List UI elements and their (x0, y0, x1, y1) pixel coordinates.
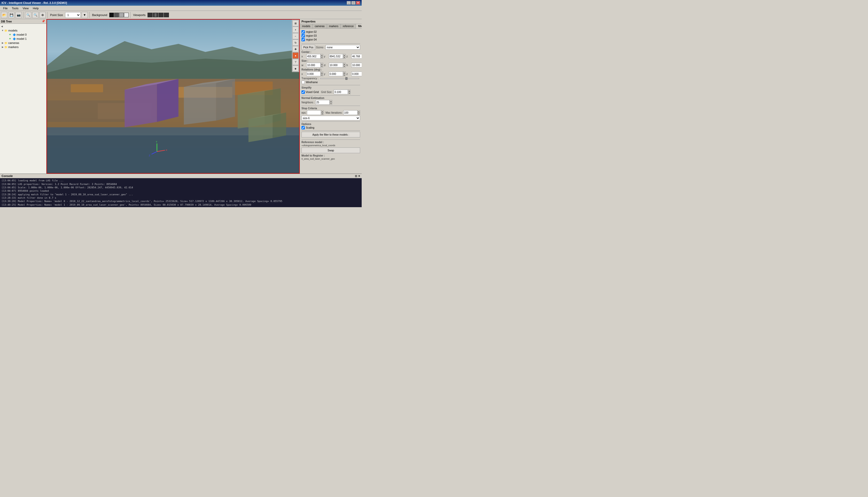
bg-dark-grey[interactable] (114, 13, 119, 17)
w-spin-down[interactable]: ▼ (321, 65, 323, 68)
markers-expand-icon[interactable]: ▶ (1, 45, 4, 48)
vp-zoom-extents-button[interactable]: ⊞ (293, 20, 299, 26)
screenshot-button[interactable]: 📷 (15, 12, 22, 18)
tree-cameras-node[interactable]: ▶ 📁 cameras (1, 41, 45, 45)
transparency-slider[interactable] (320, 78, 359, 79)
h-input[interactable] (351, 63, 362, 68)
bg-light-grey[interactable] (119, 13, 124, 17)
rx-spin-up[interactable]: ▲ (321, 72, 323, 74)
wireframe-checkbox[interactable] (301, 81, 305, 84)
tab-filters[interactable]: filters (356, 24, 362, 28)
zoom-out-button[interactable]: 🔍 (32, 12, 39, 18)
region02-checkbox[interactable] (301, 30, 305, 33)
ry-spin-up[interactable]: ▲ (343, 72, 346, 74)
model1-eye-icon[interactable]: 👁 (8, 37, 12, 41)
ry-input[interactable] (329, 72, 343, 76)
console-float-icon[interactable]: ⊡ (355, 175, 357, 178)
neighbors-spin-up[interactable]: ▲ (330, 100, 332, 102)
x-spin-down[interactable]: ▼ (321, 56, 323, 59)
y-spin-down[interactable]: ▼ (343, 56, 346, 59)
rx-input[interactable] (307, 72, 321, 76)
grid-size-spin-down[interactable]: ▼ (348, 92, 351, 94)
vp-quad[interactable] (164, 13, 169, 17)
w-spin-up[interactable]: ▲ (321, 63, 323, 65)
db-tree-pin-icon[interactable]: 📌 (42, 20, 45, 23)
x-spin-up[interactable]: ▲ (321, 54, 323, 56)
grid-size-spin-up[interactable]: ▲ (348, 90, 351, 92)
eps-input[interactable] (307, 110, 321, 115)
viewport-area[interactable]: X Y Z ⊞ + − ↻ ✥ ● ⊤ ◈ (46, 19, 300, 174)
menu-file[interactable]: File (1, 6, 10, 10)
cameras-expand-icon[interactable]: ▶ (1, 41, 4, 44)
d-input[interactable] (329, 63, 343, 68)
vp-single[interactable] (147, 13, 153, 17)
max-iterations-input[interactable] (343, 110, 357, 115)
d-spin-down[interactable]: ▼ (343, 65, 346, 68)
tree-markers-node[interactable]: ▶ 📁 markers (1, 45, 45, 49)
tab-cameras[interactable]: cameras (313, 24, 327, 28)
console-close-icon[interactable]: ✕ (358, 175, 360, 178)
menu-tools[interactable]: Tools (10, 6, 21, 10)
stop-criteria-label: Stop Criteria (301, 107, 360, 110)
zoom-fit-button[interactable]: ⊕ (40, 12, 46, 18)
eps-spin-down[interactable]: ▼ (321, 113, 324, 115)
bg-black[interactable] (109, 13, 114, 17)
max-iterations-spin-up[interactable]: ▲ (357, 110, 360, 113)
model0-eye-icon[interactable]: 👁 (8, 33, 12, 37)
close-button[interactable]: ✕ (356, 1, 360, 5)
vp-top-button[interactable]: ⊤ (293, 59, 299, 65)
vp-color-button[interactable]: ● (293, 53, 299, 59)
grid-size-input[interactable] (334, 90, 348, 94)
neighbors-input[interactable] (315, 100, 330, 104)
gizmo-select[interactable]: none (326, 45, 360, 49)
vp-pan-button[interactable]: ✥ (293, 46, 299, 52)
tree-models-node[interactable]: ▼ 📁 models (1, 28, 45, 32)
menu-view[interactable]: View (20, 6, 31, 10)
voxel-grid-checkbox[interactable] (301, 90, 305, 94)
menu-help[interactable]: Help (31, 6, 41, 10)
apply-filter-button[interactable]: Apply the filter to these models : (301, 132, 360, 138)
tab-models[interactable]: models (300, 24, 313, 28)
models-expand-icon[interactable]: ▼ (1, 29, 4, 32)
model0-node[interactable]: 👁 🔷 model 0 (5, 32, 45, 37)
tree-collapse-btn[interactable]: ◀ (1, 25, 45, 28)
d-spin-up[interactable]: ▲ (343, 63, 346, 65)
point-size-select[interactable]: 123 (65, 12, 81, 18)
zoom-in-button[interactable]: 🔍 (25, 12, 31, 18)
region03-checkbox[interactable] (301, 34, 305, 38)
vp-rotate-button[interactable]: ↻ (293, 40, 299, 46)
w-input[interactable] (307, 63, 321, 68)
eps-spin-up[interactable]: ▲ (321, 110, 324, 113)
transparency-handle[interactable] (345, 77, 347, 80)
ry-spin-down[interactable]: ▼ (343, 74, 346, 76)
x-input[interactable] (307, 54, 321, 59)
vp-zoom-in-button[interactable]: + (293, 27, 299, 33)
minimize-button[interactable]: _ (347, 1, 351, 5)
maximize-button[interactable]: □ (351, 1, 355, 5)
vp-perspective-button[interactable]: ◈ (293, 65, 299, 72)
console-content[interactable]: [12:54:14] 25315628 points loaded[12:55:… (0, 178, 362, 207)
swap-button[interactable]: Swap (301, 147, 360, 153)
vp-split-h[interactable] (158, 13, 163, 17)
z-input[interactable] (351, 54, 362, 59)
max-iterations-spin-down[interactable]: ▼ (357, 113, 360, 115)
tab-markers[interactable]: markers (327, 24, 341, 28)
open-button[interactable]: 📂 (1, 12, 7, 18)
pick-pos-button[interactable]: Pick Pos (301, 45, 315, 50)
rx-spin-down[interactable]: ▼ (321, 74, 323, 76)
y-spin-up[interactable]: ▲ (343, 54, 346, 56)
save-button[interactable]: 💾 (8, 12, 14, 18)
window-controls[interactable]: _ □ ✕ (347, 1, 360, 5)
y-input[interactable] (329, 54, 343, 59)
stop-method-select[interactable]: size-6 size-8 eps (301, 116, 360, 120)
region04-checkbox[interactable] (301, 38, 305, 41)
vp-split-v[interactable] (153, 13, 158, 17)
point-size-down-button[interactable]: ▼ (82, 12, 88, 18)
rz-input[interactable] (351, 72, 362, 76)
bg-white[interactable] (124, 13, 129, 17)
tab-reference[interactable]: reference (341, 24, 356, 28)
scaling-checkbox[interactable] (301, 126, 305, 129)
neighbors-spin-down[interactable]: ▼ (330, 102, 332, 104)
vp-zoom-out-button[interactable]: − (293, 33, 299, 39)
model1-node[interactable]: 👁 🔷 model 1 (5, 37, 45, 41)
